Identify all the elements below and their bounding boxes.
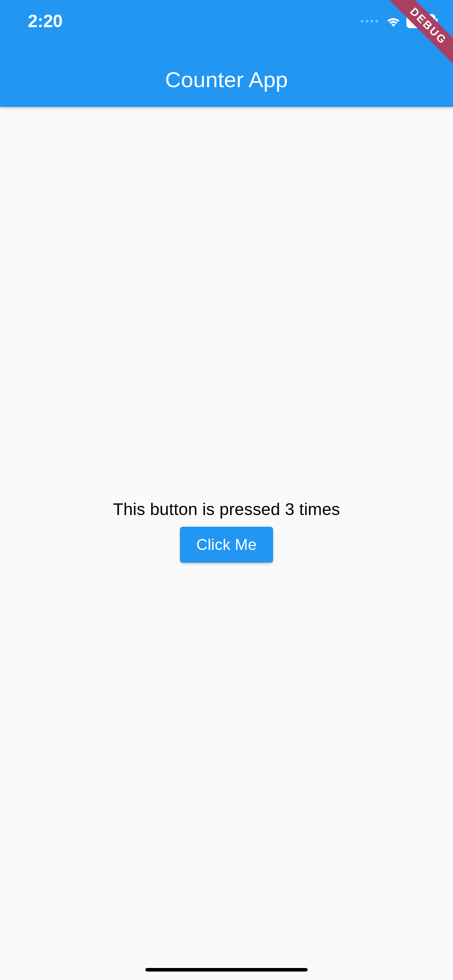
- wifi-icon: [385, 15, 402, 27]
- cellular-dots-icon: [361, 20, 378, 22]
- home-indicator[interactable]: [145, 968, 308, 972]
- counter-text: This button is pressed 3 times: [113, 500, 340, 519]
- app-bar: 2:20 Counter App: [0, 0, 453, 107]
- status-time: 2:20: [28, 11, 62, 32]
- main-content: This button is pressed 3 times Click Me: [0, 107, 453, 980]
- status-bar: 2:20: [0, 0, 453, 42]
- app-title: Counter App: [165, 67, 288, 92]
- click-me-button[interactable]: Click Me: [180, 527, 273, 563]
